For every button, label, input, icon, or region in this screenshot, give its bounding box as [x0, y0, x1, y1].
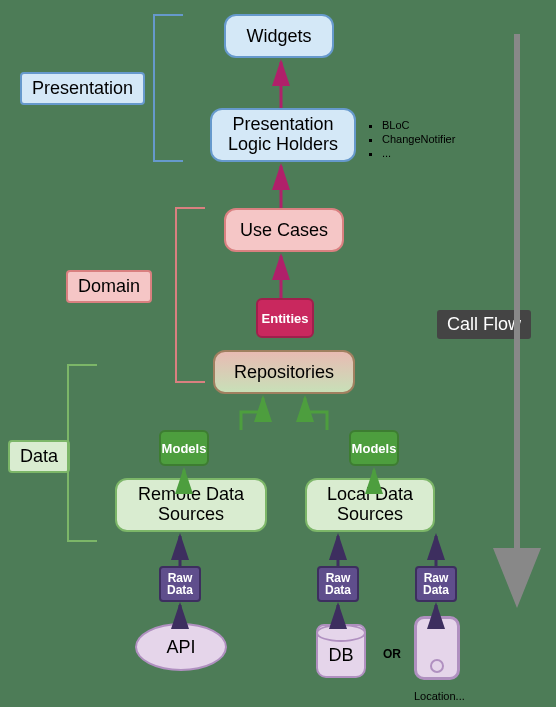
raw3b: Data	[423, 584, 449, 596]
models-box-2: Models	[349, 430, 399, 466]
entities-box: Entities	[256, 298, 314, 338]
call-flow-label: Call Flow	[437, 310, 531, 339]
presentation-logic-holders-box: Presentation Logic Holders	[210, 108, 356, 162]
api-cloud: API	[135, 623, 227, 671]
plh-line1: Presentation	[232, 115, 333, 135]
bracket-domain	[175, 207, 205, 383]
bullet-1: BLoC	[382, 119, 455, 131]
raw1b: Data	[167, 584, 193, 596]
plh-bullets: BLoC ChangeNotifier ...	[370, 117, 455, 161]
bullet-3: ...	[382, 147, 455, 159]
bracket-data	[67, 364, 97, 542]
models-box-1: Models	[159, 430, 209, 466]
layer-domain-label: Domain	[66, 270, 152, 303]
or-label: OR	[383, 647, 401, 661]
raw-data-2: Raw Data	[317, 566, 359, 602]
local-line1: Local Data	[327, 485, 413, 505]
remote-data-sources-box: Remote Data Sources	[115, 478, 267, 532]
repositories-box: Repositories	[213, 350, 355, 394]
layer-data-label: Data	[8, 440, 70, 473]
layer-presentation-label: Presentation	[20, 72, 145, 105]
remote-line1: Remote Data	[138, 485, 244, 505]
db-cylinder: DB	[316, 624, 366, 678]
raw-data-1: Raw Data	[159, 566, 201, 602]
plh-line2: Logic Holders	[228, 135, 338, 155]
remote-line2: Sources	[158, 505, 224, 525]
usecases-box: Use Cases	[224, 208, 344, 252]
bullet-2: ChangeNotifier	[382, 133, 455, 145]
bracket-presentation	[153, 14, 183, 162]
raw-data-3: Raw Data	[415, 566, 457, 602]
local-data-sources-box: Local Data Sources	[305, 478, 435, 532]
local-line2: Sources	[337, 505, 403, 525]
phone-icon	[414, 616, 460, 680]
raw2b: Data	[325, 584, 351, 596]
location-label: Location...	[414, 690, 465, 702]
widgets-box: Widgets	[224, 14, 334, 58]
